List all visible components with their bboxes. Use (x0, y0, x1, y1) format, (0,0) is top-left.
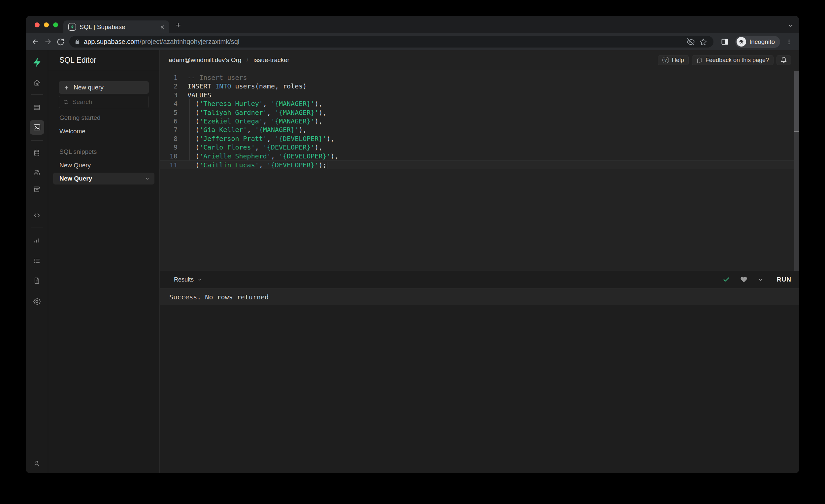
line-number: 9 (160, 143, 177, 151)
account-person-icon[interactable] (31, 457, 43, 470)
breadcrumb: adam@windmill.dev's Org / issue-tracker (169, 57, 289, 64)
sidebar-header: SQL Editor (48, 50, 159, 70)
sidebar-section-label: SQL snippets (59, 148, 154, 155)
rail-divider (31, 140, 43, 141)
settings-gear-icon[interactable] (31, 295, 43, 307)
header-actions: ? Help Feedback on this page? (658, 55, 791, 65)
sidebar-section-label: Getting started (59, 114, 154, 122)
code-line[interactable]: 5 ('Taliyah Gardner', '{MANAGER}'), (160, 108, 799, 117)
results-tab-label: Results (174, 276, 194, 283)
code-line[interactable]: 11 ('Caitlin Lucas', '{DEVELOPER}'); (160, 160, 799, 169)
code-line[interactable]: 3VALUES (160, 91, 799, 99)
favorite-heart-icon[interactable] (740, 276, 747, 283)
browser-window: SQL | Supabase app.supabase.com/project/… (26, 16, 799, 473)
code-text: VALUES (188, 91, 211, 99)
page-title: SQL Editor (59, 56, 96, 65)
code-line[interactable]: 10 ('Arielle Shepherd', '{DEVELOPER}'), (160, 152, 799, 160)
plus-icon (64, 85, 69, 90)
edge-functions-icon[interactable] (31, 209, 43, 221)
browser-tab[interactable]: SQL | Supabase (63, 20, 169, 33)
tab-overflow-chevron-icon[interactable] (788, 23, 793, 28)
forward-icon[interactable] (42, 35, 54, 48)
help-icon: ? (662, 57, 669, 63)
line-number: 10 (160, 152, 177, 160)
sql-code-editor[interactable]: 1-- Insert users2INSERT INTO users(name,… (160, 70, 799, 271)
line-number: 4 (160, 99, 177, 108)
line-number: 6 (160, 117, 177, 126)
code-line[interactable]: 2INSERT INTO users(name, roles) (160, 82, 799, 90)
back-icon[interactable] (29, 35, 42, 48)
bookmark-star-icon[interactable] (697, 37, 709, 47)
feedback-button[interactable]: Feedback on this page? (692, 55, 773, 65)
code-line[interactable]: 8 ('Jefferson Pratt', '{DEVELOPER}'), (160, 134, 799, 143)
help-button[interactable]: ? Help (658, 55, 689, 65)
incognito-badge[interactable]: Incognito (735, 36, 780, 48)
url-bar[interactable]: app.supabase.com/project/azahtnhqohyjerz… (69, 36, 714, 48)
scrollbar-thumb[interactable] (794, 71, 799, 132)
code-line[interactable]: 6 ('Ezekiel Ortega', '{MANAGER}'), (160, 117, 799, 126)
line-number: 2 (160, 82, 177, 90)
tab-title: SQL | Supabase (80, 23, 156, 31)
code-text: -- Insert users (188, 73, 247, 82)
minimize-window-button[interactable] (44, 22, 49, 27)
privacy-eye-off-icon[interactable] (684, 37, 697, 47)
editor-scrollbar[interactable] (794, 71, 799, 271)
query-status-row: Success. No rows returned (160, 288, 799, 305)
indent-guide (190, 99, 190, 160)
breadcrumb-project[interactable]: issue-tracker (253, 57, 289, 64)
sidebar-item-new-query[interactable]: New Query (59, 162, 154, 169)
new-query-button[interactable]: New query (59, 81, 149, 94)
authentication-users-icon[interactable] (31, 166, 43, 178)
code-line[interactable]: 4 ('Theresa Hurley', '{MANAGER}'), (160, 99, 799, 108)
code-line[interactable]: 9 ('Carlo Flores', '{DEVELOPER}'), (160, 143, 799, 151)
line-number: 1 (160, 73, 177, 82)
reload-icon[interactable] (54, 35, 67, 48)
table-editor-icon[interactable] (31, 101, 43, 113)
chevron-down-icon (197, 277, 202, 282)
notifications-bell-icon[interactable] (776, 55, 791, 65)
browser-menu-kebab-icon[interactable] (783, 35, 795, 48)
code-line[interactable]: 7 ('Gia Keller', '{MANAGER}'), (160, 126, 799, 134)
main-header: adam@windmill.dev's Org / issue-tracker … (160, 50, 799, 70)
search-placeholder: Search (72, 98, 92, 105)
sql-editor-sidebar: SQL Editor New query Search Getting star… (48, 50, 160, 473)
sidebar-item-welcome[interactable]: Welcome (59, 128, 154, 135)
run-button[interactable]: RUN (777, 276, 791, 283)
api-docs-icon[interactable] (31, 275, 43, 286)
fullscreen-window-button[interactable] (53, 22, 58, 27)
feedback-button-label: Feedback on this page? (705, 57, 769, 64)
code-text: ('Arielle Shepherd', '{DEVELOPER}'), (188, 152, 339, 160)
sql-editor-icon[interactable] (30, 120, 44, 135)
sidebar-item-new-query[interactable]: New Query (53, 172, 154, 185)
new-tab-button[interactable] (175, 22, 181, 28)
browser-toolbar: app.supabase.com/project/azahtnhqohyjerz… (26, 33, 799, 50)
logs-list-icon[interactable] (31, 255, 43, 267)
breadcrumb-org[interactable]: adam@windmill.dev's Org (169, 57, 241, 64)
sidebar-content: New query Search Getting startedWelcomeS… (48, 70, 159, 473)
window-controls (34, 22, 58, 27)
status-message: Success. No rows returned (169, 293, 269, 301)
run-options-chevron-icon[interactable] (758, 277, 763, 283)
search-icon (63, 99, 69, 105)
close-window-button[interactable] (34, 22, 40, 27)
supabase-logo-icon[interactable] (32, 57, 42, 67)
incognito-label: Incognito (749, 38, 775, 46)
side-panel-icon[interactable] (718, 35, 732, 48)
sidebar-item-label: New Query (59, 175, 92, 182)
line-number: 7 (160, 126, 177, 134)
reports-chart-icon[interactable] (31, 234, 43, 246)
home-icon[interactable] (31, 77, 43, 88)
text-cursor (327, 162, 327, 169)
supabase-app: SQL Editor New query Search Getting star… (26, 50, 799, 473)
results-tab[interactable]: Results (174, 276, 202, 283)
search-input[interactable]: Search (59, 96, 149, 108)
code-text: ('Carlo Flores', '{DEVELOPER}'), (188, 143, 322, 151)
incognito-icon (737, 37, 746, 47)
database-icon[interactable] (31, 147, 43, 159)
saved-check-icon (723, 276, 730, 283)
code-text: ('Theresa Hurley', '{MANAGER}'), (188, 99, 322, 108)
code-line[interactable]: 1-- Insert users (160, 73, 799, 82)
tab-close-icon[interactable] (160, 24, 165, 30)
lock-icon (75, 39, 80, 45)
storage-icon[interactable] (31, 183, 43, 195)
